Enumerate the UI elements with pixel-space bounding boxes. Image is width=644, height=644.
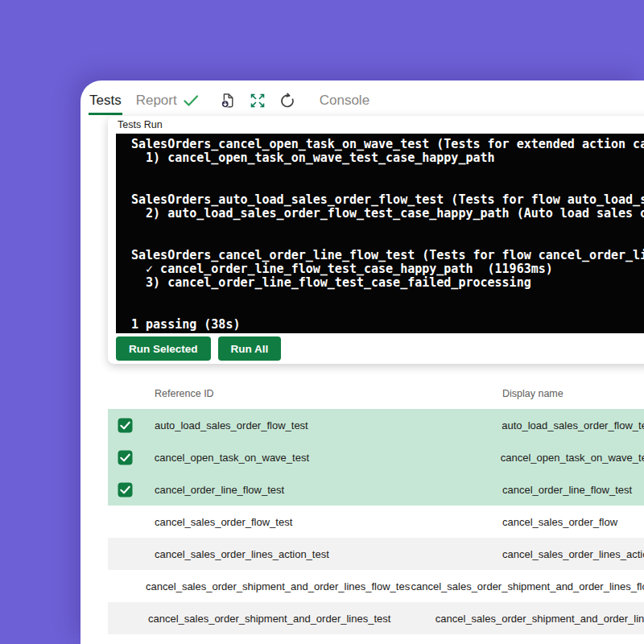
run-selected-button[interactable]: Run Selected (116, 336, 211, 361)
console-line: SalesOrders_cancel_open_task_on_wave_tes… (131, 138, 644, 151)
console-line (131, 165, 644, 179)
tests-run-title: Tests Run (118, 119, 644, 130)
console-line: ✓ cancel_order_line_flow_test_case_happy… (131, 262, 644, 276)
test-table-header: Reference ID Display name (108, 378, 644, 409)
test-table-body: auto_load_sales_order_flow_testauto_load… (108, 409, 644, 634)
screen-background: Tests Report (0, 0, 644, 644)
display-name-cell: auto_load_sales_order_flow_test (502, 419, 644, 431)
console-line (131, 234, 644, 248)
table-row[interactable]: cancel_sales_order_shipment_and_order_li… (108, 570, 644, 602)
reference-id-cell: cancel_sales_order_lines_action_test (155, 548, 502, 560)
table-row[interactable]: cancel_sales_order_flow_testcancel_sales… (108, 506, 644, 538)
test-table: Reference ID Display name auto_load_sale… (108, 378, 644, 634)
row-checkbox-checked[interactable] (108, 482, 155, 497)
table-row[interactable]: cancel_sales_order_lines_action_testcanc… (108, 538, 644, 570)
tab-bar: Tests Report (80, 80, 370, 115)
console-line: SalesOrders_auto_load_sales_order_flow_t… (131, 193, 644, 207)
table-row[interactable]: cancel_sales_order_shipment_and_order_li… (108, 602, 644, 634)
refresh-icon (279, 92, 296, 109)
display-name-cell: cancel_open_task_on_wave_test (501, 452, 644, 464)
row-checkbox-checked[interactable] (108, 450, 155, 465)
reference-id-cell: auto_load_sales_order_flow_test (155, 419, 502, 431)
tab-console[interactable]: Console (319, 80, 370, 115)
app-panel: Tests Report (80, 80, 644, 644)
run-buttons-row: Run Selected Run All (116, 336, 644, 361)
run-all-button[interactable]: Run All (218, 336, 282, 361)
refresh-button[interactable] (278, 91, 297, 110)
reference-id-cell: cancel_order_line_flow_test (155, 484, 502, 496)
expand-fullscreen-button[interactable] (248, 91, 267, 110)
console-line (131, 303, 644, 317)
tests-run-dialog: Tests Run SalesOrders_cancel_open_task_o… (108, 116, 644, 364)
table-row[interactable]: cancel_open_task_on_wave_testcancel_open… (108, 441, 644, 473)
column-header-reference-id: Reference ID (155, 388, 502, 399)
row-checkbox-checked[interactable] (108, 418, 155, 433)
expand-arrows-icon (249, 92, 266, 109)
reference-id-cell: cancel_sales_order_flow_test (155, 516, 502, 528)
console-line: SalesOrders_cancel_order_line_flow_test … (131, 249, 644, 262)
display-name-cell: cancel_order_line_flow_test (502, 484, 644, 496)
console-line (131, 221, 644, 234)
toolbar-icons (218, 91, 297, 110)
tab-tests[interactable]: Tests (89, 80, 122, 115)
console-line: 1) cancel_open_task_on_wave_test_case_ha… (131, 151, 644, 165)
export-report-button[interactable] (218, 91, 237, 110)
reference-id-cell: cancel_sales_order_shipment_and_order_li… (148, 613, 436, 625)
table-row[interactable]: auto_load_sales_order_flow_testauto_load… (108, 409, 644, 441)
display-name-cell: cancel_sales_order_shipment_and_order_li… (411, 580, 644, 592)
console-line: 2) auto_load_sales_order_flow_test_case_… (131, 207, 644, 221)
console-line: 1 passing (38s) (131, 318, 644, 332)
report-success-check-icon (183, 94, 200, 107)
display-name-cell: cancel_sales_order_lines_action (502, 548, 644, 560)
console-line (131, 180, 644, 193)
tab-report-label: Report (136, 93, 177, 109)
display-name-cell: cancel_sales_order_flow (502, 516, 644, 528)
tab-report[interactable]: Report (135, 80, 200, 115)
console-line (131, 290, 644, 303)
table-row[interactable]: cancel_order_line_flow_testcancel_order_… (108, 473, 644, 506)
display-name-cell: cancel_sales_order_shipment_and_order_li… (436, 613, 644, 625)
document-download-icon (219, 92, 237, 109)
tab-tests-label: Tests (89, 93, 122, 108)
reference-id-cell: cancel_open_task_on_wave_test (155, 452, 501, 464)
column-header-display-name: Display name (502, 388, 644, 399)
console-line: 3) cancel_order_line_flow_test_case_fail… (131, 276, 644, 290)
console-output: SalesOrders_cancel_open_task_on_wave_tes… (116, 134, 644, 333)
reference-id-cell: cancel_sales_order_shipment_and_order_li… (146, 580, 411, 592)
tab-console-label: Console (320, 93, 369, 108)
